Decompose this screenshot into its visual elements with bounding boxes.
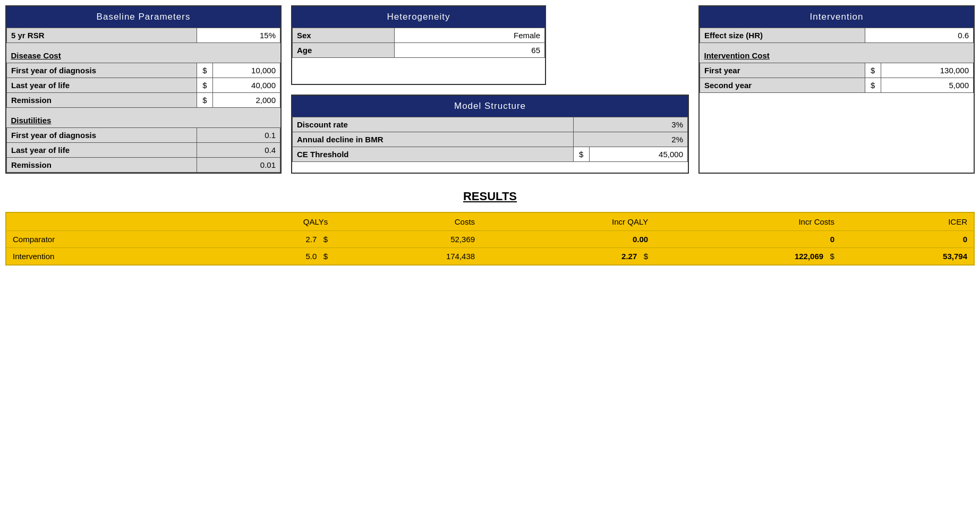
sex-value: Female [394,28,544,43]
annual-decline-value: 2% [573,132,687,147]
sex-label: Sex [293,28,395,43]
int-second-year-label: Second year [700,78,865,93]
results-row-0: Comparator 2.7 $ 52,369 0.00 0 0 [6,231,974,248]
result-costs-0: 52,369 [334,231,481,248]
remission-label: Remission [7,93,197,108]
results-table: QALYs Costs Incr QALY Incr Costs ICER Co… [5,212,975,266]
results-row-1: Intervention 5.0 $ 174,438 2.27 $ 122,06… [6,248,974,266]
ce-threshold-value: 45,000 [589,147,687,161]
result-name-1: Intervention [6,248,202,266]
result-incr-qaly-1: 2.27 $ [481,248,654,266]
result-incr-costs-0: 0 [654,231,841,248]
age-label: Age [293,43,395,58]
col-header-icer: ICER [841,212,974,231]
int-first-year-value: 130,000 [881,63,973,78]
discount-value: 3% [573,117,687,132]
results-section: RESULTS QALYs Costs Incr QALY Incr Costs… [5,190,975,266]
age-value: 65 [394,43,544,58]
result-name-0: Comparator [6,231,202,248]
col-header-name [6,212,202,231]
int-second-year-value: 5,000 [881,78,973,93]
dis-last-year-label: Last year of life [7,143,197,158]
col-header-incr-qaly: Incr QALY [481,212,654,231]
col-header-qalys: QALYs [202,212,334,231]
baseline-header: Baseline Parameters [6,6,280,28]
middle-column: Heterogeneity Sex Female Age 65 [291,5,689,174]
effect-size-label: Effect size (HR) [700,28,865,43]
last-year-label: Last year of life [7,78,197,93]
ce-threshold-symbol: $ [573,147,589,161]
model-structure-header: Model Structure [292,96,688,117]
intervention-cost-heading: Intervention Cost [700,48,974,63]
remission-value: 2,000 [212,93,280,108]
remission-symbol: $ [197,93,212,108]
col-header-incr-costs: Incr Costs [654,212,841,231]
dis-remission-label: Remission [7,158,197,173]
first-year-value: 10,000 [212,63,280,78]
col-header-costs: Costs [334,212,481,231]
result-qalys-1: 5.0 $ [202,248,334,266]
annual-decline-label: Annual decline in BMR [293,132,574,147]
baseline-panel: Baseline Parameters 5 yr RSR 15% Disease… [5,5,282,174]
rsr-value: 15% [197,28,280,43]
intervention-panel: Intervention Effect size (HR) 0.6 Interv… [698,5,975,174]
dis-last-year-value: 0.4 [197,143,280,158]
ce-threshold-label: CE Threshold [293,147,574,161]
result-costs-1: 174,438 [334,248,481,266]
model-structure-panel: Model Structure Discount rate 3% Annual … [291,95,689,174]
rsr-label: 5 yr RSR [7,28,197,43]
heterogeneity-panel: Heterogeneity Sex Female Age 65 [291,5,546,85]
last-year-value: 40,000 [212,78,280,93]
result-incr-qaly-0: 0.00 [481,231,654,248]
first-year-label: First year of diagnosis [7,63,197,78]
int-first-year-symbol: $ [865,63,881,78]
dis-remission-value: 0.01 [197,158,280,173]
disease-cost-heading: Disease Cost [7,48,280,63]
effect-size-value: 0.6 [865,28,973,43]
last-year-symbol: $ [197,78,212,93]
dis-first-year-label: First year of diagnosis [7,128,197,143]
int-second-year-symbol: $ [865,78,881,93]
results-title: RESULTS [5,190,975,203]
result-icer-1: 53,794 [841,248,974,266]
first-year-symbol: $ [197,63,212,78]
int-first-year-label: First year [700,63,865,78]
dis-first-year-value: 0.1 [197,128,280,143]
results-header-row: QALYs Costs Incr QALY Incr Costs ICER [6,212,974,231]
result-incr-costs-1: 122,069 $ [654,248,841,266]
result-icer-0: 0 [841,231,974,248]
heterogeneity-header: Heterogeneity [292,6,545,28]
intervention-header: Intervention [700,6,974,28]
result-qalys-0: 2.7 $ [202,231,334,248]
disutilities-heading: Disutilities [7,113,280,128]
discount-label: Discount rate [293,117,574,132]
